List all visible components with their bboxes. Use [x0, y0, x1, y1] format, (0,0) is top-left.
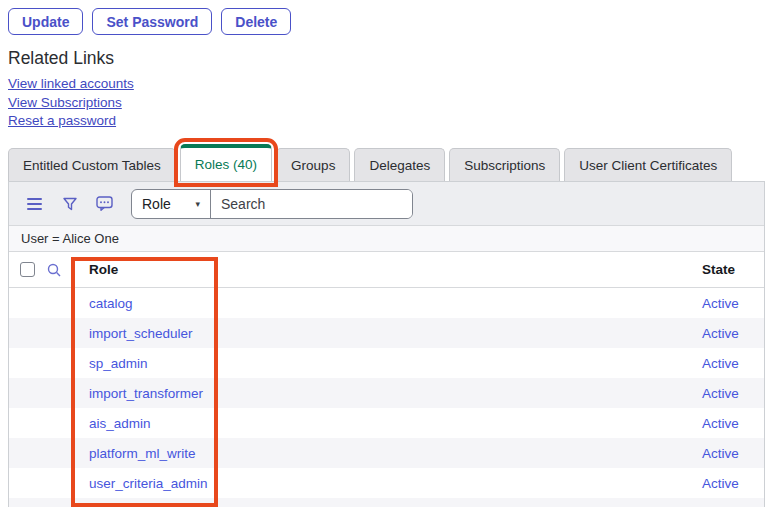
state-value: Active — [702, 356, 764, 371]
search-column-select[interactable]: Role ▾ — [132, 190, 211, 218]
role-link[interactable]: ais_admin — [89, 416, 151, 431]
table-row: ais_admin Active — [9, 408, 764, 438]
table-row: user_criteria_admin Active — [9, 468, 764, 498]
roles-list-panel: Role ▾ User = Alice One Role State catal… — [8, 181, 765, 507]
tab-entitled-custom-tables[interactable]: Entitled Custom Tables — [8, 148, 176, 181]
search-icon[interactable] — [46, 262, 62, 278]
view-subscriptions-link[interactable]: View Subscriptions — [8, 95, 122, 110]
role-link[interactable]: platform_ml_write — [89, 446, 196, 461]
tab-groups[interactable]: Groups — [276, 148, 350, 181]
search-input[interactable] — [211, 190, 412, 218]
table-row: platform_ml_write Active — [9, 438, 764, 468]
delete-button[interactable]: Delete — [221, 8, 291, 35]
state-value: Active — [702, 446, 764, 461]
tab-user-client-certificates[interactable]: User Client Certificates — [564, 148, 732, 181]
role-link[interactable]: import_transformer — [89, 386, 203, 401]
reset-a-password-link[interactable]: Reset a password — [8, 113, 116, 128]
search-column-value: Role — [142, 196, 171, 212]
breadcrumb-row: User = Alice One — [9, 226, 764, 252]
table-row: import_scheduler Active — [9, 318, 764, 348]
search-combo: Role ▾ — [131, 189, 413, 219]
chevron-down-icon: ▾ — [195, 199, 200, 209]
column-search-cell — [46, 262, 79, 278]
breadcrumb[interactable]: User = Alice One — [21, 231, 119, 246]
tab-subscriptions[interactable]: Subscriptions — [449, 148, 560, 181]
menu-icon[interactable] — [17, 189, 52, 219]
state-column-header[interactable]: State — [702, 262, 764, 277]
set-password-button[interactable]: Set Password — [92, 8, 212, 35]
role-link[interactable]: import_scheduler — [89, 326, 193, 341]
related-lists-tab-strip: Entitled Custom Tables Roles (40) Groups… — [0, 144, 773, 181]
role-link[interactable]: catalog — [89, 296, 133, 311]
role-link[interactable]: user_criteria_admin — [89, 476, 208, 491]
state-value: Active — [702, 326, 764, 341]
state-value: Active — [702, 416, 764, 431]
state-value: Active — [702, 476, 764, 491]
table-header-row: Role State — [9, 252, 764, 288]
state-value: Active — [702, 296, 764, 311]
view-linked-accounts-link[interactable]: View linked accounts — [8, 76, 134, 91]
table-row: sp_admin Active — [9, 348, 764, 378]
related-links-heading: Related Links — [8, 48, 773, 69]
tab-delegates[interactable]: Delegates — [354, 148, 445, 181]
table-row: import_transformer Active — [9, 378, 764, 408]
tab-roles-highlighted[interactable]: Roles (40) — [180, 144, 272, 181]
next-row-partial — [9, 498, 764, 507]
select-all-cell — [9, 262, 46, 277]
filter-icon[interactable] — [52, 189, 87, 219]
role-column-header[interactable]: Role — [79, 262, 702, 277]
chat-icon[interactable] — [87, 189, 122, 219]
table-row: catalog Active — [9, 288, 764, 318]
role-link[interactable]: sp_admin — [89, 356, 148, 371]
update-button[interactable]: Update — [8, 8, 83, 35]
action-bar: Update Set Password Delete — [0, 0, 773, 35]
select-all-checkbox[interactable] — [20, 262, 35, 277]
state-value: Active — [702, 386, 764, 401]
list-toolbar: Role ▾ — [9, 182, 764, 226]
